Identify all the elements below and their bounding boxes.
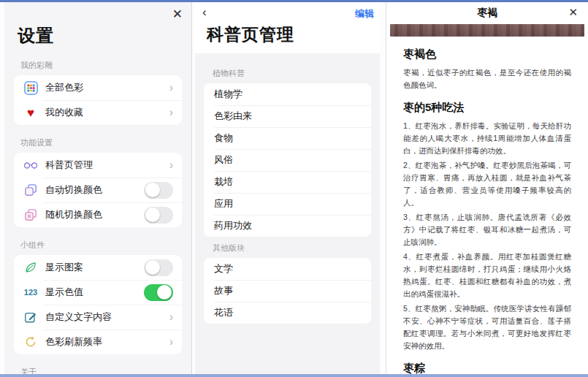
back-chevron-icon[interactable]: ‹ (202, 6, 207, 18)
123-icon: 123 (23, 288, 39, 297)
card-widgets: 显示图案 123 显示色值 自定义文字内容 › 色彩刷新频率 › (14, 255, 182, 354)
list-item-literature[interactable]: 文学 (204, 258, 371, 280)
bottom-divider (0, 374, 588, 377)
row-label: 自定义文字内容 (45, 311, 169, 324)
row-label: 显示色值 (45, 286, 144, 299)
edit-button[interactable]: 编辑 (355, 7, 374, 20)
row-label: 科普页管理 (45, 159, 169, 172)
list-item-story[interactable]: 故事 (204, 280, 371, 302)
paragraph-color-intro: 枣褐，近似枣子的红褐色，是至今还在使用的褐色颜色词。 (403, 66, 571, 91)
list-item-botany[interactable]: 植物学 (204, 83, 371, 105)
row-color-refresh-rate[interactable]: 色彩刷新频率 › (14, 330, 182, 354)
group-header-plant-science: 植物科普 (213, 68, 380, 79)
heart-icon: ♥ (23, 107, 39, 119)
list-item-customs[interactable]: 风俗 (204, 149, 371, 171)
chevron-right-icon: › (169, 107, 173, 118)
glasses-icon (23, 161, 39, 170)
row-show-pattern[interactable]: 显示图案 (14, 255, 182, 280)
page-title: 设置 (18, 24, 191, 47)
row-label: 自动切换颜色 (45, 183, 144, 197)
chevron-right-icon: › (169, 82, 173, 94)
article-body: 枣褐色 枣褐，近似枣子的红褐色，是至今还在使用的褐色颜色词。 枣的5种吃法 1、… (386, 37, 588, 374)
row-label: 随机切换颜色 (45, 208, 144, 221)
close-icon[interactable]: ✕ (172, 8, 183, 20)
close-icon[interactable]: ✕ (568, 7, 578, 18)
leaf-icon (23, 261, 39, 274)
edit-icon (23, 311, 39, 324)
chevron-right-icon: › (169, 311, 173, 323)
row-science-page-management[interactable]: 科普页管理 › (14, 153, 182, 178)
article-topbar: 枣褐 ✕ (386, 2, 588, 23)
row-label: 我的收藏 (45, 106, 169, 119)
group-header-other-sections: 其他版块 (213, 243, 380, 254)
app-screen: ✕ 设置 我的彩雕 全部色彩 › ♥ 我的收藏 › 功能设置 (0, 0, 588, 377)
settings-panel: ✕ 设置 我的彩雕 全部色彩 › ♥ 我的收藏 › 功能设置 (4, 2, 192, 374)
group-card-plant-science: 植物学 色彩由来 食物 风俗 栽培 应用 药用功效 (204, 83, 371, 237)
top-divider (0, 0, 588, 2)
list-item-medicinal-effect[interactable]: 药用功效 (204, 215, 371, 237)
heading-jujube-brown-color: 枣褐色 (403, 47, 571, 61)
paragraph-eat-method-5: 5、红枣熬粥，安神助眠。传统医学讲女性有躁郁不安、心神不宁等症状，可用适量百合、… (403, 302, 571, 352)
paragraph-eat-method-4: 4、红枣煮蛋，补血养颜。用红枣加桂圆煲红糖水，到枣烂桂圆绵时，打只鸡蛋；继续用小… (403, 251, 571, 300)
row-show-color-value[interactable]: 123 显示色值 (14, 280, 182, 305)
row-label: 色彩刷新频率 (45, 335, 169, 349)
article-panel: 枣褐 ✕ 枣褐色 枣褐，近似枣子的红褐色，是至今还在使用的褐色颜色词。 枣的5种… (386, 2, 588, 374)
chevron-right-icon: › (169, 159, 173, 171)
jujube-brown-banner-image (390, 24, 584, 37)
science-page-management-panel: ‹ 编辑 科普页管理 植物科普 植物学 色彩由来 食物 风俗 栽培 应用 药用功… (195, 2, 380, 374)
paragraph-eat-method-2: 2、红枣泡茶，补气护嗓。红枣炒黑后泡茶喝，可治疗胃寒、胃痛，再放入桂圆，就是补血… (403, 159, 571, 209)
auto-switch-toggle[interactable] (144, 182, 173, 199)
section-header-function-settings: 功能设置 (20, 137, 191, 148)
row-my-favorites[interactable]: ♥ 我的收藏 › (14, 100, 182, 125)
list-item-cultivation[interactable]: 栽培 (204, 171, 371, 193)
row-custom-text[interactable]: 自定义文字内容 › (14, 305, 182, 330)
row-label: 显示图案 (45, 261, 144, 274)
paragraph-eat-method-1: 1、红枣泡水，养肝排毒。实验证明，每天给肝功能差的人喝大枣水，持续1周能增加人体… (403, 120, 571, 157)
list-item-color-origin[interactable]: 色彩由来 (204, 105, 371, 127)
toggle-knob (145, 207, 160, 222)
palette-grid-icon (23, 81, 39, 95)
card-my-colors: 全部色彩 › ♥ 我的收藏 › (14, 75, 182, 125)
group-card-other-sections: 文学 故事 花语 (204, 258, 371, 324)
section-header-my-colors: 我的彩雕 (20, 60, 191, 71)
list-item-application[interactable]: 应用 (204, 193, 371, 215)
show-pattern-toggle[interactable] (144, 259, 173, 276)
random-switch-toggle[interactable] (144, 207, 173, 224)
topbar: ‹ 编辑 (195, 2, 380, 21)
section-header-about: 关于 (20, 367, 191, 374)
paragraph-eat-method-3: 3、红枣熬汤，止咳润肺。唐代孟诜所著《必效方》中记载了将红枣、银耳和冰糖一起煮汤… (403, 211, 571, 248)
refresh-icon (23, 335, 39, 349)
article-title: 枣褐 (386, 2, 588, 23)
row-all-colors[interactable]: 全部色彩 › (14, 75, 182, 100)
auto-switch-icon (23, 183, 39, 197)
random-switch-icon (23, 208, 39, 221)
row-random-switch-color[interactable]: 随机切换颜色 (14, 202, 182, 227)
list-area: 植物科普 植物学 色彩由来 食物 风俗 栽培 应用 药用功效 其他版块 文学 故… (195, 53, 380, 374)
page-title: 科普页管理 (207, 23, 380, 46)
toggle-knob (157, 285, 172, 300)
show-color-value-toggle[interactable] (144, 284, 173, 301)
row-auto-switch-color[interactable]: 自动切换颜色 (14, 178, 182, 202)
heading-jujube-zongzi: 枣粽 (403, 362, 571, 374)
list-item-flower-language[interactable]: 花语 (204, 302, 371, 324)
row-label: 全部色彩 (45, 81, 169, 94)
card-function-settings: 科普页管理 › 自动切换颜色 随机切换颜色 (14, 153, 182, 227)
toggle-knob (145, 260, 160, 275)
list-item-food[interactable]: 食物 (204, 127, 371, 149)
toggle-knob (145, 183, 160, 197)
heading-five-ways-to-eat: 枣的5种吃法 (403, 101, 571, 115)
section-header-widgets: 小组件 (20, 240, 191, 251)
chevron-right-icon: › (169, 336, 173, 348)
